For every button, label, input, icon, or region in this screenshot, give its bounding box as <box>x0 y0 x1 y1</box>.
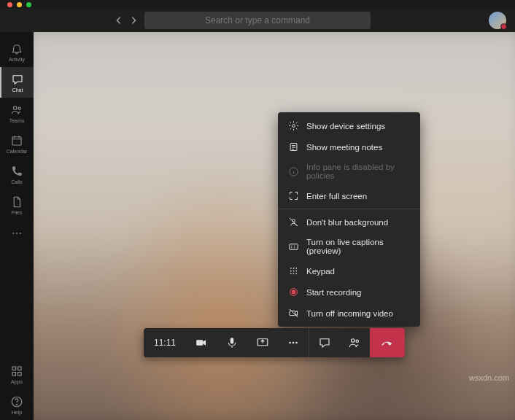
back-button[interactable] <box>114 15 124 26</box>
meeting-video-area: Show device settings Show meeting notes … <box>34 32 515 420</box>
svg-rect-7 <box>12 367 16 370</box>
participants-button[interactable] <box>339 328 370 357</box>
svg-point-5 <box>16 233 18 234</box>
svg-point-23 <box>295 271 297 272</box>
rail-activity[interactable]: Activity <box>0 36 34 67</box>
svg-rect-3 <box>12 136 21 144</box>
svg-point-1 <box>14 106 18 109</box>
menu-label: Keypad <box>306 267 335 276</box>
call-controls-bar: 11:11 <box>144 328 405 357</box>
people-icon <box>348 336 361 349</box>
more-icon <box>287 336 300 349</box>
svg-point-12 <box>16 404 17 405</box>
rail-apps[interactable]: Apps <box>0 359 34 389</box>
menu-label: Start recording <box>306 288 361 297</box>
minimize-window-button[interactable] <box>17 2 22 7</box>
share-screen-icon <box>256 336 269 349</box>
share-screen-button[interactable] <box>247 328 278 357</box>
menu-dont-blur[interactable]: Don't blur background <box>278 211 420 233</box>
menu-keypad[interactable]: Keypad <box>278 260 420 281</box>
rail-teams[interactable]: Teams <box>0 98 34 128</box>
blur-icon <box>288 217 299 228</box>
rail-label: Help <box>12 410 22 415</box>
rail-chat[interactable]: Chat <box>0 67 34 98</box>
record-icon <box>288 287 299 298</box>
app-rail: Activity Chat Teams Calendar Calls Files… <box>0 32 34 420</box>
svg-point-24 <box>290 273 292 274</box>
presence-badge <box>500 23 507 30</box>
camera-toggle-button[interactable] <box>186 328 217 357</box>
menu-label: Turn off incoming video <box>306 309 393 318</box>
rail-label: Teams <box>9 118 25 123</box>
rail-label: Files <box>12 210 23 215</box>
menu-start-recording[interactable]: Start recording <box>278 281 420 303</box>
search-input[interactable] <box>144 12 371 29</box>
search-container <box>144 12 371 29</box>
menu-live-captions[interactable]: Turn on live captions (preview) <box>278 233 420 260</box>
more-actions-button[interactable] <box>278 328 309 357</box>
bell-icon <box>10 42 23 55</box>
svg-rect-8 <box>18 367 22 370</box>
menu-divider <box>278 209 420 209</box>
menu-label: Info pane is disabled by policies <box>306 163 410 180</box>
rail-more[interactable] <box>11 220 23 246</box>
more-icon <box>11 228 23 239</box>
rail-files[interactable]: Files <box>0 190 34 220</box>
files-icon <box>10 195 23 209</box>
chat-panel-button[interactable] <box>309 328 339 357</box>
svg-point-33 <box>295 342 298 344</box>
rail-calendar[interactable]: Calendar <box>0 128 34 159</box>
svg-point-32 <box>293 342 295 344</box>
menu-device-settings[interactable]: Show device settings <box>278 115 420 136</box>
chat-icon <box>11 73 24 86</box>
svg-point-26 <box>295 273 297 274</box>
forward-button[interactable] <box>128 15 139 26</box>
svg-point-6 <box>20 233 21 234</box>
svg-point-4 <box>12 233 14 234</box>
rail-help[interactable]: Help <box>0 389 34 420</box>
hangup-icon <box>381 336 394 349</box>
phone-icon <box>10 165 23 178</box>
captions-icon <box>288 241 299 252</box>
maximize-window-button[interactable] <box>26 2 31 7</box>
svg-point-2 <box>18 107 20 109</box>
svg-rect-29 <box>231 338 234 343</box>
menu-label: Show device settings <box>306 122 385 131</box>
svg-rect-17 <box>290 244 298 249</box>
svg-point-34 <box>352 339 355 343</box>
help-icon <box>10 395 23 408</box>
gear-icon <box>288 120 299 131</box>
svg-point-21 <box>290 271 292 272</box>
fullscreen-icon <box>288 190 299 201</box>
calendar-icon <box>10 134 23 147</box>
more-actions-menu: Show device settings Show meeting notes … <box>278 112 420 327</box>
call-duration: 11:11 <box>144 328 186 357</box>
rail-label: Apps <box>11 379 23 384</box>
hangup-button[interactable] <box>370 328 405 357</box>
close-window-button[interactable] <box>7 2 12 7</box>
svg-rect-28 <box>196 340 203 346</box>
svg-point-18 <box>290 268 292 269</box>
menu-turn-off-incoming-video[interactable]: Turn off incoming video <box>278 303 420 324</box>
rail-label: Activity <box>9 57 25 62</box>
window-traffic-lights <box>0 0 515 9</box>
chat-bubble-icon <box>318 336 331 349</box>
microphone-icon <box>225 336 239 349</box>
notes-icon <box>288 141 299 152</box>
mic-toggle-button[interactable] <box>217 328 247 357</box>
svg-point-22 <box>293 271 295 272</box>
info-icon <box>288 166 299 177</box>
svg-point-13 <box>293 125 295 128</box>
rail-calls[interactable]: Calls <box>0 159 34 190</box>
camera-icon <box>195 336 208 349</box>
menu-fullscreen[interactable]: Enter full screen <box>278 185 420 206</box>
rail-label: Calls <box>11 179 23 184</box>
teams-icon <box>10 104 23 117</box>
apps-icon <box>10 365 23 378</box>
svg-point-20 <box>295 268 297 269</box>
profile-avatar[interactable] <box>489 12 506 29</box>
svg-point-25 <box>293 273 295 274</box>
menu-meeting-notes[interactable]: Show meeting notes <box>278 136 420 158</box>
top-bar <box>0 9 515 32</box>
video-off-icon <box>288 308 299 319</box>
